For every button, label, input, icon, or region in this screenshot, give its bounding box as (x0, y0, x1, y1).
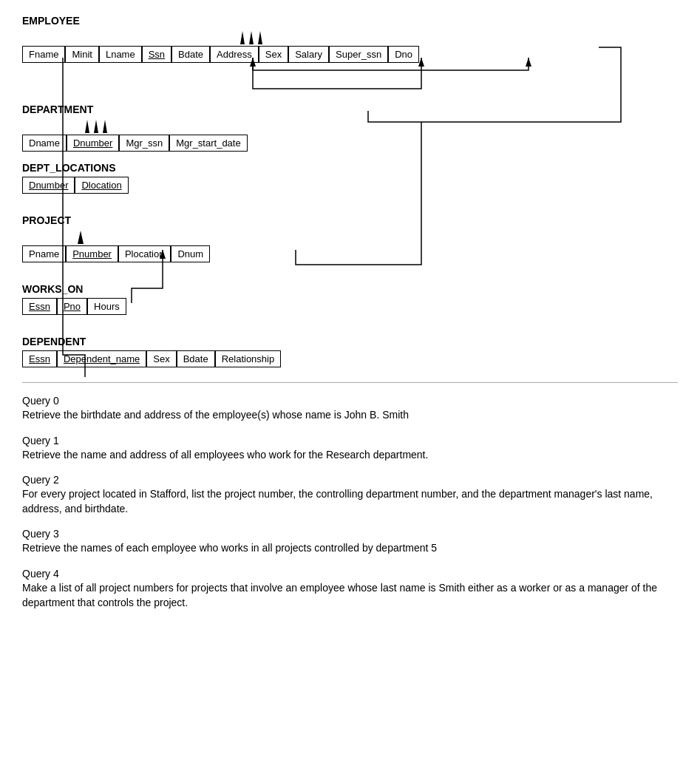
svg-marker-8 (94, 120, 98, 133)
project-pnumber: Pnumber (66, 245, 118, 262)
dept-mgr-start-date: Mgr_start_date (169, 135, 247, 152)
query-2-title: Query 2 (22, 474, 678, 486)
query-2-block: Query 2 For every project located in Sta… (22, 474, 678, 516)
dep-bdate: Bdate (177, 350, 215, 367)
query-3-text: Retrieve the names of each employee who … (22, 541, 678, 556)
query-4-title: Query 4 (22, 568, 678, 580)
dep-essn: Essn (22, 350, 57, 367)
query-4-block: Query 4 Make a list of all project numbe… (22, 568, 678, 610)
dept-locations-label: DEPT_LOCATIONS (22, 162, 628, 174)
department-block: DEPARTMENT Dname Dnumber Mgr_ssn Mgr_sta… (22, 103, 628, 152)
queries-section: Query 0 Retrieve the birthdate and addre… (22, 395, 678, 610)
works-on-block: WORKS_ON Essn Pno Hours (22, 283, 628, 315)
deptloc-dlocation: Dlocation (75, 177, 128, 194)
employee-dno: Dno (388, 46, 419, 63)
employee-minit: Minit (65, 46, 98, 63)
employee-ssn: Ssn (142, 46, 171, 63)
project-label: PROJECT (22, 214, 628, 226)
dept-dname: Dname (22, 135, 67, 152)
query-2-text: For every project located in Stafford, l… (22, 487, 678, 516)
ssn-arrows (237, 30, 266, 46)
dept-mgr-ssn: Mgr_ssn (119, 135, 169, 152)
deptloc-dnumber: Dnumber (22, 177, 75, 194)
works-on-table-row: Essn Pno Hours (22, 298, 628, 315)
svg-marker-7 (85, 120, 89, 133)
dept-dnumber: Dnumber (67, 135, 119, 152)
department-table-row: Dname Dnumber Mgr_ssn Mgr_start_date (22, 135, 628, 152)
query-1-block: Query 1 Retrieve the name and address of… (22, 435, 678, 463)
query-1-title: Query 1 (22, 435, 678, 447)
project-table-row: Pname Pnumber Plocation Dnum (22, 245, 628, 262)
schema-diagram: EMPLOYEE Fname Minit Lname Ssn Bdate Add… (22, 15, 628, 367)
project-plocation: Plocation (118, 245, 171, 262)
svg-marker-5 (249, 31, 254, 44)
query-0-text: Retrieve the birthdate and address of th… (22, 408, 678, 423)
project-pnumber-arrow (75, 229, 86, 245)
query-3-block: Query 3 Retrieve the names of each emplo… (22, 528, 678, 556)
project-block: PROJECT Pname Pnumber Plocation Dnum (22, 214, 628, 262)
query-3-title: Query 3 (22, 528, 678, 540)
employee-salary: Salary (288, 46, 329, 63)
employee-table-row: Fname Minit Lname Ssn Bdate Address Sex … (22, 46, 628, 63)
dep-sex: Sex (146, 350, 176, 367)
dependent-label: DEPENDENT (22, 336, 628, 347)
section-divider (22, 382, 678, 383)
dependent-table-row: Essn Dependent_name Sex Bdate Relationsh… (22, 350, 628, 367)
dependent-block: DEPENDENT Essn Dependent_name Sex Bdate … (22, 336, 628, 367)
employee-bdate: Bdate (171, 46, 210, 63)
dept-locations-table-row: Dnumber Dlocation (22, 177, 628, 194)
employee-super-ssn: Super_ssn (329, 46, 388, 63)
works-on-label: WORKS_ON (22, 283, 628, 295)
employee-sex: Sex (259, 46, 288, 63)
svg-marker-4 (240, 31, 245, 44)
workson-hours: Hours (87, 298, 126, 315)
workson-pno: Pno (57, 298, 87, 315)
dept-dnumber-arrows (81, 118, 111, 135)
employee-lname: Lname (99, 46, 142, 63)
dep-dependent-name: Dependent_name (57, 350, 146, 367)
department-label: DEPARTMENT (22, 103, 628, 115)
employee-fname: Fname (22, 46, 65, 63)
dep-relationship: Relationship (215, 350, 282, 367)
workson-essn: Essn (22, 298, 57, 315)
employee-label: EMPLOYEE (22, 15, 628, 27)
svg-marker-10 (78, 231, 84, 244)
query-0-block: Query 0 Retrieve the birthdate and addre… (22, 395, 678, 423)
svg-marker-6 (258, 31, 262, 44)
project-pname: Pname (22, 245, 66, 262)
dept-locations-block: DEPT_LOCATIONS Dnumber Dlocation (22, 162, 628, 194)
query-4-text: Make a list of all project numbers for p… (22, 581, 678, 610)
svg-marker-9 (103, 120, 107, 133)
query-1-text: Retrieve the name and address of all emp… (22, 448, 678, 463)
employee-block: EMPLOYEE Fname Minit Lname Ssn Bdate Add… (22, 15, 628, 63)
query-0-title: Query 0 (22, 395, 678, 407)
project-dnum: Dnum (171, 245, 210, 262)
employee-address: Address (210, 46, 259, 63)
